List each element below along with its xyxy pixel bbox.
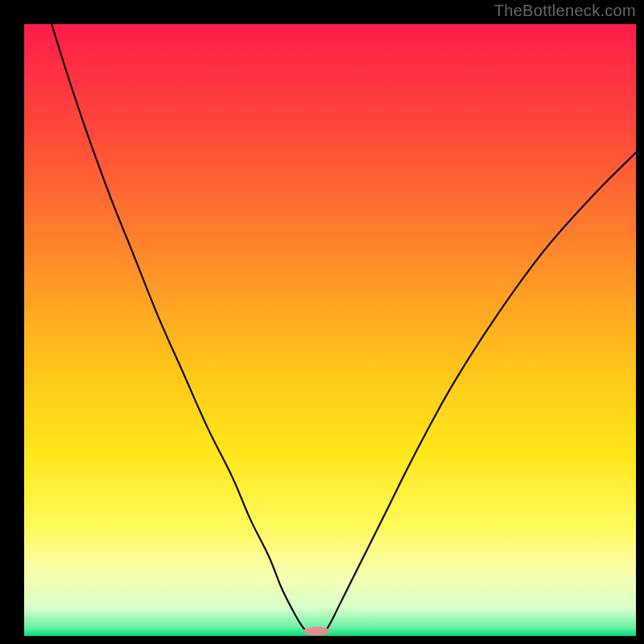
plot-background — [24, 24, 636, 636]
watermark-text: TheBottleneck.com — [494, 2, 636, 20]
bottleneck-marker — [303, 627, 330, 636]
chart-stage: TheBottleneck.com — [0, 0, 644, 644]
bottleneck-chart — [0, 0, 644, 644]
